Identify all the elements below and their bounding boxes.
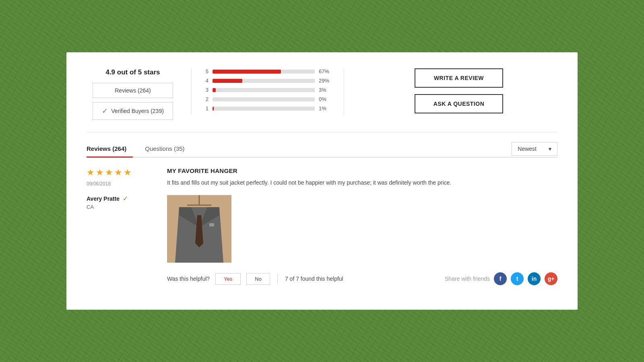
helpful-row: Was this helpful? Yes No 7 of 7 found th… [167, 272, 557, 285]
verified-buyers-box: ✓ Verified Buyers (239) [93, 102, 173, 120]
helpful-no-button[interactable]: No [246, 273, 270, 285]
bar-track-5 [213, 70, 315, 74]
linkedin-share-icon[interactable]: in [528, 272, 541, 285]
reviews-count-box: Reviews (264) [93, 83, 173, 98]
bar-label-5: 5 [204, 68, 208, 74]
bar-track-1 [213, 107, 315, 111]
bar-row-3: 3 3% [204, 87, 332, 93]
bar-pct-4: 29% [319, 78, 332, 84]
tab-reviews[interactable]: Reviews (264) [87, 140, 133, 157]
ask-question-button[interactable]: ASK A QUESTION [415, 94, 503, 113]
review-section: ★ ★ ★ ★ ★ 09/06/2018 Avery Pratte ✓ CA M… [87, 167, 557, 285]
tab-questions[interactable]: Questions (35) [145, 140, 191, 157]
review-date: 09/06/2018 [87, 181, 151, 187]
bar-pct-5: 67% [319, 68, 332, 74]
bar-fill-4 [213, 79, 242, 83]
bar-label-1: 1 [204, 105, 208, 111]
write-review-button[interactable]: WRITE A REVIEW [415, 68, 503, 88]
rating-score: 4.9 out of 5 stars [105, 68, 160, 76]
star-5: ★ [124, 167, 132, 178]
top-section: 4.9 out of 5 stars Reviews (264) ✓ Verif… [87, 68, 557, 132]
star-1: ★ [87, 167, 95, 178]
facebook-share-icon[interactable]: f [494, 272, 507, 285]
rating-bars-section: 5 67% 4 29% 3 3% 2 [191, 68, 344, 115]
bar-track-2 [213, 97, 315, 101]
bar-fill-3 [213, 88, 216, 92]
bar-pct-3: 3% [319, 87, 332, 93]
bar-row-1: 1 1% [204, 105, 332, 111]
bar-label-4: 4 [204, 78, 208, 84]
bar-row-5: 5 67% [204, 68, 332, 74]
bar-track-4 [213, 79, 315, 83]
bar-label-3: 3 [204, 87, 208, 93]
helpful-count: 7 of 7 found this helpful [285, 276, 343, 282]
bar-pct-1: 1% [319, 105, 332, 111]
sort-label: Newest [518, 146, 537, 152]
bar-fill-1 [213, 107, 214, 111]
bar-fill-5 [213, 70, 281, 74]
share-label: Share with friends [445, 276, 490, 282]
googleplus-share-icon[interactable]: g+ [545, 272, 557, 285]
helpful-yes-button[interactable]: Yes [215, 273, 241, 285]
reviewer-location: CA [87, 204, 151, 210]
review-title: MY FAVORITE HANGER [167, 167, 557, 174]
review-image-svg [167, 195, 231, 263]
reviewer-name: Avery Pratte [87, 195, 120, 202]
bar-label-2: 2 [204, 96, 208, 102]
star-3: ★ [105, 167, 113, 178]
action-section: WRITE A REVIEW ASK A QUESTION [344, 68, 557, 113]
main-card: 4.9 out of 5 stars Reviews (264) ✓ Verif… [66, 52, 578, 310]
rating-block: 4.9 out of 5 stars Reviews (264) ✓ Verif… [87, 68, 191, 120]
star-rating: ★ ★ ★ ★ ★ [87, 167, 151, 178]
tabs-section: Reviews (264) Questions (35) Newest ▾ [87, 140, 557, 158]
svg-rect-7 [209, 223, 214, 226]
review-image [167, 195, 231, 263]
chevron-down-icon: ▾ [549, 146, 551, 152]
reviewer-name-row: Avery Pratte ✓ [87, 195, 151, 202]
verified-shield-icon: ✓ [102, 107, 108, 115]
reviewer-verified-icon: ✓ [123, 195, 128, 202]
sort-dropdown[interactable]: Newest ▾ [512, 142, 557, 156]
helpful-label: Was this helpful? [167, 276, 210, 282]
share-section: Share with friends f t in g+ [445, 272, 557, 285]
reviewer-info: ★ ★ ★ ★ ★ 09/06/2018 Avery Pratte ✓ CA [87, 167, 151, 285]
star-4: ★ [114, 167, 122, 178]
bar-row-2: 2 0% [204, 96, 332, 102]
review-content: MY FAVORITE HANGER It fits and fills out… [167, 167, 557, 285]
review-text: It fits and fills out my suit jacket per… [167, 178, 557, 187]
bar-pct-2: 0% [319, 96, 332, 102]
star-2: ★ [96, 167, 104, 178]
verified-label: Verified Buyers (239) [111, 108, 164, 114]
helpful-divider [277, 274, 278, 284]
bar-track-3 [213, 88, 315, 92]
bar-row-4: 4 29% [204, 78, 332, 84]
twitter-share-icon[interactable]: t [511, 272, 524, 285]
